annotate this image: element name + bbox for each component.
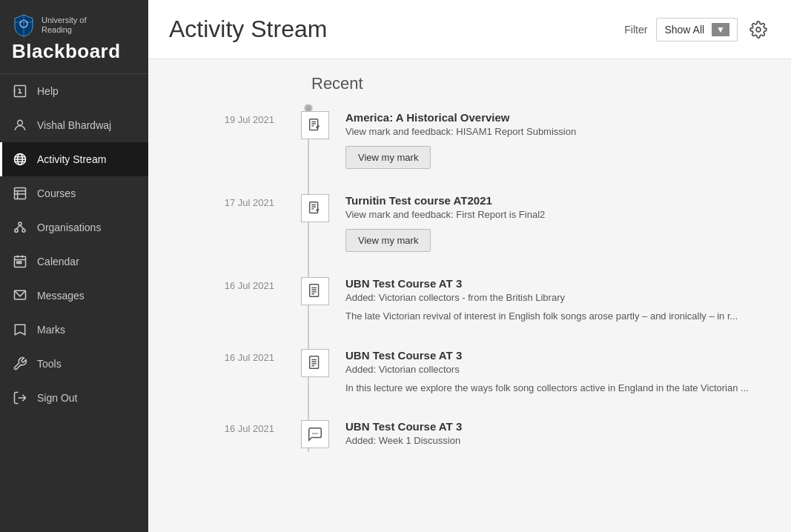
sidebar-item-activity[interactable]: Activity Stream [0,142,148,176]
sidebar-item-user[interactable]: Vishal Bhardwaj [0,108,148,142]
sidebar-item-signout[interactable]: Sign Out [0,381,148,415]
svg-rect-37 [310,202,318,213]
svg-rect-41 [310,285,319,297]
sidebar-item-tools-label: Tools [37,358,62,370]
activity-title: America: A Historical Overview [345,111,791,124]
calendar-icon [12,253,28,270]
activity-subtitle: Added: Week 1 Discussion [345,435,791,446]
activity-icon-wrap [297,346,334,377]
list-item: 19 Jul 2021 America: A Hi [148,108,791,169]
org-icon [12,219,28,236]
settings-button[interactable] [747,18,770,41]
gear-icon [749,21,767,39]
sidebar: University of Reading Blackboard Help Vi… [0,0,148,532]
messages-icon [12,287,28,304]
page-header: Activity Stream Filter Show All ▼ [148,0,791,59]
activity-subtitle: Added: Victorian collectors - from the B… [345,292,791,303]
activity-icon-wrap [297,417,334,448]
activity-body: UBN Test Course AT 3 Added: Week 1 Discu… [334,417,791,452]
brand-name: Blackboard [12,40,136,63]
document-icon [301,349,329,377]
pencil-document-icon [307,117,323,133]
globe-icon [12,151,28,167]
svg-line-21 [16,225,20,229]
document-lines-icon [307,355,323,371]
filter-dropdown[interactable]: Show All ▼ [656,18,738,41]
svg-rect-32 [310,119,318,130]
sidebar-item-marks[interactable]: Marks [0,313,148,347]
signout-icon [12,390,28,406]
sidebar-item-calendar-label: Calendar [37,256,79,267]
list-item: 17 Jul 2021 Turnitin Test course AT2021 [148,191,791,252]
activity-body: UBN Test Course AT 3 Added: Victorian co… [334,346,791,396]
svg-point-18 [19,222,21,225]
sidebar-item-marks-label: Marks [37,324,65,336]
svg-point-8 [18,120,23,125]
chat-bubble-icon [307,426,323,442]
activity-date: 16 Jul 2021 [148,417,297,434]
svg-point-51 [312,433,314,434]
sidebar-item-tools[interactable]: Tools [0,347,148,381]
view-mark-button[interactable]: View my mark [345,229,431,252]
view-mark-button[interactable]: View my mark [345,146,431,169]
activity-date: 17 Jul 2021 [148,191,297,208]
activity-date: 19 Jul 2021 [148,108,297,125]
logo-top: University of Reading [12,13,136,37]
sidebar-item-help[interactable]: Help [0,74,148,108]
svg-rect-14 [15,188,26,199]
activity-body: Turnitin Test course AT2021 View mark an… [334,191,791,252]
activity-body: UBN Test Course AT 3 Added: Victorian co… [334,274,791,324]
activity-icon-wrap [297,191,334,222]
document-icon [301,277,329,305]
grade-icon [301,194,329,222]
filter-value: Show All [664,24,704,36]
timeline: 19 Jul 2021 America: A Hi [148,108,791,452]
svg-rect-27 [17,262,19,264]
activity-subtitle: Added: Victorian collectors [345,364,791,375]
activity-date: 16 Jul 2021 [148,274,297,291]
sidebar-item-messages[interactable]: Messages [0,279,148,313]
document-lines-icon [307,283,323,299]
sidebar-item-activity-label: Activity Stream [37,153,106,165]
activity-description: The late Victorian revival of interest i… [345,309,791,324]
sidebar-item-organisations[interactable]: Organisations [0,210,148,245]
svg-line-22 [20,225,24,229]
svg-rect-28 [19,262,21,264]
activity-subtitle: View mark and feedback: HISAM1 Report Su… [345,126,791,137]
svg-point-31 [756,27,761,32]
activity-title: UBN Test Course AT 3 [345,349,791,362]
list-item: 16 Jul 2021 UBN Test Course AT 3 Added: … [148,417,791,452]
activity-icon-wrap [297,108,334,139]
help-icon [12,83,28,99]
university-shield-icon [12,13,36,37]
list-item: 16 Jul 2021 UBN Test Course AT 3 [148,346,791,396]
university-name: University of Reading [42,16,87,35]
svg-rect-46 [310,356,319,368]
sidebar-item-user-label: Vishal Bhardwaj [37,119,111,131]
activity-title: UBN Test Course AT 3 [345,420,791,433]
activity-subtitle: View mark and feedback: First Report is … [345,209,791,220]
list-item: 16 Jul 2021 UBN Test Course AT 3 [148,274,791,324]
user-icon [12,117,28,133]
svg-point-19 [15,229,18,232]
pencil-document-icon [307,200,323,216]
activity-title: Turnitin Test course AT2021 [345,194,791,207]
activity-body: America: A Historical Overview View mark… [334,108,791,169]
marks-icon [12,322,28,338]
activity-title: UBN Test Course AT 3 [345,277,791,290]
sidebar-item-courses[interactable]: Courses [0,176,148,210]
sidebar-item-calendar[interactable]: Calendar [0,245,148,279]
sidebar-item-organisations-label: Organisations [37,222,101,233]
chevron-down-icon: ▼ [712,23,729,36]
main-content: Activity Stream Filter Show All ▼ Recent… [148,0,791,532]
tools-icon [12,356,28,372]
sidebar-item-signout-label: Sign Out [37,392,77,404]
page-title: Activity Stream [169,16,327,43]
activity-date: 16 Jul 2021 [148,346,297,363]
content-area: Recent 19 Jul 2021 [148,59,791,532]
logo-area: University of Reading Blackboard [0,0,148,74]
activity-icon-wrap [297,274,334,305]
svg-point-53 [317,433,318,434]
sidebar-item-help-label: Help [37,85,59,97]
grade-icon [301,111,329,139]
